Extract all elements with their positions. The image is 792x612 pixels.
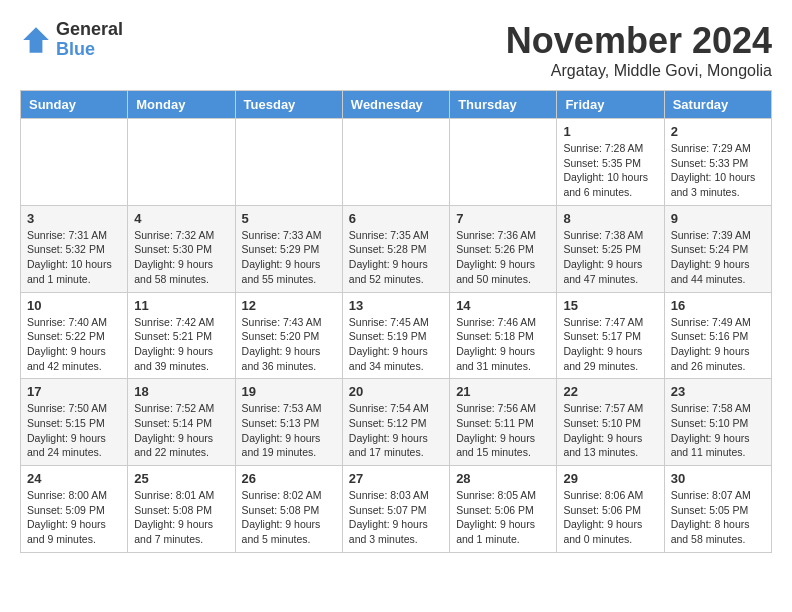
day-number: 26 <box>242 471 336 486</box>
day-number: 5 <box>242 211 336 226</box>
day-info: Sunrise: 7:47 AM Sunset: 5:17 PM Dayligh… <box>563 315 657 374</box>
calendar-cell: 1Sunrise: 7:28 AM Sunset: 5:35 PM Daylig… <box>557 119 664 206</box>
calendar-week-1: 1Sunrise: 7:28 AM Sunset: 5:35 PM Daylig… <box>21 119 772 206</box>
calendar-cell: 6Sunrise: 7:35 AM Sunset: 5:28 PM Daylig… <box>342 205 449 292</box>
day-number: 4 <box>134 211 228 226</box>
calendar-cell: 18Sunrise: 7:52 AM Sunset: 5:14 PM Dayli… <box>128 379 235 466</box>
calendar-cell: 28Sunrise: 8:05 AM Sunset: 5:06 PM Dayli… <box>450 466 557 553</box>
day-info: Sunrise: 8:02 AM Sunset: 5:08 PM Dayligh… <box>242 488 336 547</box>
calendar-week-3: 10Sunrise: 7:40 AM Sunset: 5:22 PM Dayli… <box>21 292 772 379</box>
day-number: 22 <box>563 384 657 399</box>
calendar-cell: 11Sunrise: 7:42 AM Sunset: 5:21 PM Dayli… <box>128 292 235 379</box>
calendar-cell: 8Sunrise: 7:38 AM Sunset: 5:25 PM Daylig… <box>557 205 664 292</box>
day-number: 30 <box>671 471 765 486</box>
day-number: 8 <box>563 211 657 226</box>
calendar-cell: 2Sunrise: 7:29 AM Sunset: 5:33 PM Daylig… <box>664 119 771 206</box>
logo-blue: Blue <box>56 40 123 60</box>
day-info: Sunrise: 7:36 AM Sunset: 5:26 PM Dayligh… <box>456 228 550 287</box>
day-info: Sunrise: 7:43 AM Sunset: 5:20 PM Dayligh… <box>242 315 336 374</box>
day-number: 21 <box>456 384 550 399</box>
day-info: Sunrise: 7:54 AM Sunset: 5:12 PM Dayligh… <box>349 401 443 460</box>
calendar-cell: 29Sunrise: 8:06 AM Sunset: 5:06 PM Dayli… <box>557 466 664 553</box>
calendar-cell: 23Sunrise: 7:58 AM Sunset: 5:10 PM Dayli… <box>664 379 771 466</box>
day-number: 13 <box>349 298 443 313</box>
calendar-cell: 14Sunrise: 7:46 AM Sunset: 5:18 PM Dayli… <box>450 292 557 379</box>
day-info: Sunrise: 7:53 AM Sunset: 5:13 PM Dayligh… <box>242 401 336 460</box>
calendar-cell: 10Sunrise: 7:40 AM Sunset: 5:22 PM Dayli… <box>21 292 128 379</box>
calendar-cell: 19Sunrise: 7:53 AM Sunset: 5:13 PM Dayli… <box>235 379 342 466</box>
day-number: 3 <box>27 211 121 226</box>
month-title: November 2024 <box>506 20 772 62</box>
day-info: Sunrise: 7:45 AM Sunset: 5:19 PM Dayligh… <box>349 315 443 374</box>
calendar-cell: 20Sunrise: 7:54 AM Sunset: 5:12 PM Dayli… <box>342 379 449 466</box>
day-info: Sunrise: 8:03 AM Sunset: 5:07 PM Dayligh… <box>349 488 443 547</box>
calendar-cell: 9Sunrise: 7:39 AM Sunset: 5:24 PM Daylig… <box>664 205 771 292</box>
day-info: Sunrise: 7:40 AM Sunset: 5:22 PM Dayligh… <box>27 315 121 374</box>
day-number: 20 <box>349 384 443 399</box>
day-number: 16 <box>671 298 765 313</box>
calendar-header-row: SundayMondayTuesdayWednesdayThursdayFrid… <box>21 91 772 119</box>
day-info: Sunrise: 7:28 AM Sunset: 5:35 PM Dayligh… <box>563 141 657 200</box>
day-info: Sunrise: 7:31 AM Sunset: 5:32 PM Dayligh… <box>27 228 121 287</box>
column-header-tuesday: Tuesday <box>235 91 342 119</box>
day-number: 1 <box>563 124 657 139</box>
day-info: Sunrise: 7:29 AM Sunset: 5:33 PM Dayligh… <box>671 141 765 200</box>
day-info: Sunrise: 8:06 AM Sunset: 5:06 PM Dayligh… <box>563 488 657 547</box>
day-info: Sunrise: 7:57 AM Sunset: 5:10 PM Dayligh… <box>563 401 657 460</box>
calendar-cell: 3Sunrise: 7:31 AM Sunset: 5:32 PM Daylig… <box>21 205 128 292</box>
calendar-cell: 13Sunrise: 7:45 AM Sunset: 5:19 PM Dayli… <box>342 292 449 379</box>
day-info: Sunrise: 7:39 AM Sunset: 5:24 PM Dayligh… <box>671 228 765 287</box>
day-info: Sunrise: 7:49 AM Sunset: 5:16 PM Dayligh… <box>671 315 765 374</box>
day-info: Sunrise: 7:52 AM Sunset: 5:14 PM Dayligh… <box>134 401 228 460</box>
calendar-cell: 30Sunrise: 8:07 AM Sunset: 5:05 PM Dayli… <box>664 466 771 553</box>
calendar-cell: 15Sunrise: 7:47 AM Sunset: 5:17 PM Dayli… <box>557 292 664 379</box>
location-subtitle: Argatay, Middle Govi, Mongolia <box>506 62 772 80</box>
calendar-cell: 24Sunrise: 8:00 AM Sunset: 5:09 PM Dayli… <box>21 466 128 553</box>
day-number: 25 <box>134 471 228 486</box>
page-header: General Blue November 2024 Argatay, Midd… <box>20 20 772 80</box>
day-number: 17 <box>27 384 121 399</box>
day-info: Sunrise: 7:32 AM Sunset: 5:30 PM Dayligh… <box>134 228 228 287</box>
day-number: 9 <box>671 211 765 226</box>
calendar-cell: 21Sunrise: 7:56 AM Sunset: 5:11 PM Dayli… <box>450 379 557 466</box>
calendar-cell: 22Sunrise: 7:57 AM Sunset: 5:10 PM Dayli… <box>557 379 664 466</box>
column-header-sunday: Sunday <box>21 91 128 119</box>
day-info: Sunrise: 7:38 AM Sunset: 5:25 PM Dayligh… <box>563 228 657 287</box>
day-number: 2 <box>671 124 765 139</box>
calendar-cell <box>21 119 128 206</box>
day-number: 14 <box>456 298 550 313</box>
day-info: Sunrise: 7:56 AM Sunset: 5:11 PM Dayligh… <box>456 401 550 460</box>
column-header-thursday: Thursday <box>450 91 557 119</box>
day-info: Sunrise: 8:07 AM Sunset: 5:05 PM Dayligh… <box>671 488 765 547</box>
day-info: Sunrise: 7:35 AM Sunset: 5:28 PM Dayligh… <box>349 228 443 287</box>
day-number: 6 <box>349 211 443 226</box>
logo-icon <box>20 24 52 56</box>
calendar-week-4: 17Sunrise: 7:50 AM Sunset: 5:15 PM Dayli… <box>21 379 772 466</box>
calendar-cell <box>128 119 235 206</box>
calendar-cell: 26Sunrise: 8:02 AM Sunset: 5:08 PM Dayli… <box>235 466 342 553</box>
day-number: 23 <box>671 384 765 399</box>
calendar-cell: 25Sunrise: 8:01 AM Sunset: 5:08 PM Dayli… <box>128 466 235 553</box>
day-number: 18 <box>134 384 228 399</box>
calendar-cell: 4Sunrise: 7:32 AM Sunset: 5:30 PM Daylig… <box>128 205 235 292</box>
title-block: November 2024 Argatay, Middle Govi, Mong… <box>506 20 772 80</box>
calendar-week-2: 3Sunrise: 7:31 AM Sunset: 5:32 PM Daylig… <box>21 205 772 292</box>
calendar-cell: 7Sunrise: 7:36 AM Sunset: 5:26 PM Daylig… <box>450 205 557 292</box>
day-number: 27 <box>349 471 443 486</box>
column-header-monday: Monday <box>128 91 235 119</box>
day-info: Sunrise: 8:01 AM Sunset: 5:08 PM Dayligh… <box>134 488 228 547</box>
logo-general: General <box>56 20 123 40</box>
calendar-cell: 17Sunrise: 7:50 AM Sunset: 5:15 PM Dayli… <box>21 379 128 466</box>
calendar-cell <box>342 119 449 206</box>
day-info: Sunrise: 8:00 AM Sunset: 5:09 PM Dayligh… <box>27 488 121 547</box>
calendar-cell: 16Sunrise: 7:49 AM Sunset: 5:16 PM Dayli… <box>664 292 771 379</box>
column-header-saturday: Saturday <box>664 91 771 119</box>
day-number: 15 <box>563 298 657 313</box>
day-info: Sunrise: 7:58 AM Sunset: 5:10 PM Dayligh… <box>671 401 765 460</box>
calendar-cell <box>450 119 557 206</box>
day-info: Sunrise: 7:50 AM Sunset: 5:15 PM Dayligh… <box>27 401 121 460</box>
day-number: 28 <box>456 471 550 486</box>
day-number: 24 <box>27 471 121 486</box>
day-number: 10 <box>27 298 121 313</box>
calendar-cell: 27Sunrise: 8:03 AM Sunset: 5:07 PM Dayli… <box>342 466 449 553</box>
